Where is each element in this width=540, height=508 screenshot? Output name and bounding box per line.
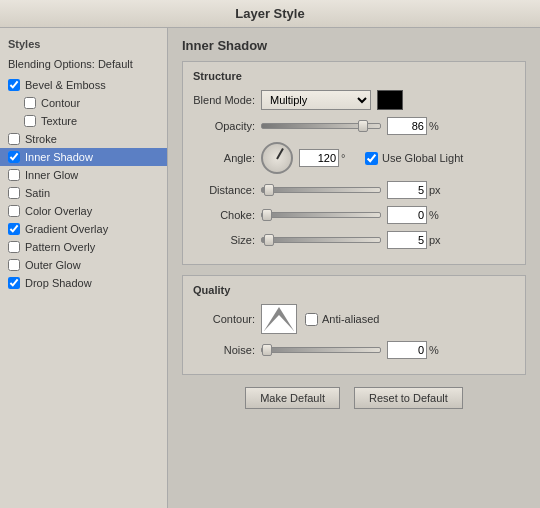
opacity-slider[interactable] [261, 123, 381, 129]
window-title: Layer Style [235, 6, 304, 21]
noise-thumb[interactable] [262, 344, 272, 356]
use-global-light-row: Use Global Light [365, 152, 463, 165]
texture-checkbox[interactable] [24, 115, 36, 127]
gradient-overlay-label: Gradient Overlay [25, 223, 108, 235]
distance-row: Distance: px [193, 181, 515, 199]
make-default-button[interactable]: Make Default [245, 387, 340, 409]
sidebar-item-inner-glow[interactable]: Inner Glow [0, 166, 167, 184]
angle-label: Angle: [193, 152, 261, 164]
distance-thumb[interactable] [264, 184, 274, 196]
sidebar-item-inner-shadow[interactable]: Inner Shadow [0, 148, 167, 166]
anti-aliased-checkbox[interactable] [305, 313, 318, 326]
inner-glow-label: Inner Glow [25, 169, 78, 181]
outer-glow-checkbox[interactable] [8, 259, 20, 271]
opacity-unit: % [429, 120, 447, 132]
pattern-overlay-checkbox[interactable] [8, 241, 20, 253]
size-row: Size: px [193, 231, 515, 249]
bevel-emboss-checkbox[interactable] [8, 79, 20, 91]
sidebar-item-pattern-overlay[interactable]: Pattern Overly [0, 238, 167, 256]
angle-input[interactable] [299, 149, 339, 167]
use-global-light-checkbox[interactable] [365, 152, 378, 165]
outer-glow-label: Outer Glow [25, 259, 81, 271]
color-overlay-label: Color Overlay [25, 205, 92, 217]
opacity-input[interactable] [387, 117, 427, 135]
drop-shadow-label: Drop Shadow [25, 277, 92, 289]
distance-slider[interactable] [261, 187, 381, 193]
texture-label: Texture [41, 115, 77, 127]
satin-label: Satin [25, 187, 50, 199]
blend-mode-row: Blend Mode: Multiply Normal Screen Overl… [193, 90, 515, 110]
opacity-row: Opacity: % [193, 117, 515, 135]
contour-checkbox[interactable] [24, 97, 36, 109]
use-global-light-label: Use Global Light [382, 152, 463, 164]
opacity-label: Opacity: [193, 120, 261, 132]
opacity-thumb[interactable] [358, 120, 368, 132]
dial-indicator [276, 148, 284, 159]
size-label: Size: [193, 234, 261, 246]
contour-preview[interactable] [261, 304, 297, 334]
choke-thumb[interactable] [262, 209, 272, 221]
anti-alias-row: Anti-aliased [305, 313, 379, 326]
sidebar-item-contour[interactable]: Contour [0, 94, 167, 112]
sidebar-item-bevel-emboss[interactable]: Bevel & Emboss [0, 76, 167, 94]
right-panel: Inner Shadow Structure Blend Mode: Multi… [168, 28, 540, 508]
satin-checkbox[interactable] [8, 187, 20, 199]
inner-glow-checkbox[interactable] [8, 169, 20, 181]
choke-row: Choke: % [193, 206, 515, 224]
contour-label: Contour [41, 97, 80, 109]
quality-section: Quality Contour: Anti-aliased Noise: [182, 275, 526, 375]
choke-slider[interactable] [261, 212, 381, 218]
angle-dial[interactable] [261, 142, 293, 174]
left-panel: Styles Blending Options: Default Bevel &… [0, 28, 168, 508]
quality-title: Quality [193, 284, 515, 296]
angle-row: Angle: ° Use Global Light [193, 142, 515, 174]
choke-unit: % [429, 209, 447, 221]
distance-unit: px [429, 184, 447, 196]
pattern-overlay-label: Pattern Overly [25, 241, 95, 253]
contour-label: Contour: [193, 313, 261, 325]
color-overlay-checkbox[interactable] [8, 205, 20, 217]
drop-shadow-checkbox[interactable] [8, 277, 20, 289]
reset-to-default-button[interactable]: Reset to Default [354, 387, 463, 409]
bevel-emboss-label: Bevel & Emboss [25, 79, 106, 91]
inner-shadow-checkbox[interactable] [8, 151, 20, 163]
contour-row: Contour: Anti-aliased [193, 304, 515, 334]
inner-shadow-label: Inner Shadow [25, 151, 93, 163]
anti-aliased-label: Anti-aliased [322, 313, 379, 325]
stroke-checkbox[interactable] [8, 133, 20, 145]
blending-options-label[interactable]: Blending Options: Default [0, 56, 167, 72]
sidebar-item-stroke[interactable]: Stroke [0, 130, 167, 148]
stroke-label: Stroke [25, 133, 57, 145]
sidebar-item-gradient-overlay[interactable]: Gradient Overlay [0, 220, 167, 238]
blend-color-swatch[interactable] [377, 90, 403, 110]
sidebar-item-satin[interactable]: Satin [0, 184, 167, 202]
size-unit: px [429, 234, 447, 246]
bottom-buttons: Make Default Reset to Default [182, 387, 526, 409]
gradient-overlay-checkbox[interactable] [8, 223, 20, 235]
styles-title: Styles [0, 36, 167, 56]
distance-label: Distance: [193, 184, 261, 196]
noise-input[interactable] [387, 341, 427, 359]
title-bar: Layer Style [0, 0, 540, 28]
noise-row: Noise: % [193, 341, 515, 359]
choke-input[interactable] [387, 206, 427, 224]
svg-marker-1 [264, 315, 294, 331]
sidebar-item-outer-glow[interactable]: Outer Glow [0, 256, 167, 274]
size-slider[interactable] [261, 237, 381, 243]
size-input[interactable] [387, 231, 427, 249]
sidebar-item-color-overlay[interactable]: Color Overlay [0, 202, 167, 220]
distance-input[interactable] [387, 181, 427, 199]
sidebar-item-drop-shadow[interactable]: Drop Shadow [0, 274, 167, 292]
noise-label: Noise: [193, 344, 261, 356]
noise-slider[interactable] [261, 347, 381, 353]
choke-label: Choke: [193, 209, 261, 221]
blend-mode-label: Blend Mode: [193, 94, 261, 106]
sidebar-item-texture[interactable]: Texture [0, 112, 167, 130]
main-container: Styles Blending Options: Default Bevel &… [0, 28, 540, 508]
noise-unit: % [429, 344, 447, 356]
angle-unit: ° [341, 152, 359, 164]
section-title: Inner Shadow [182, 38, 526, 53]
structure-title: Structure [193, 70, 515, 82]
blend-mode-select[interactable]: Multiply Normal Screen Overlay [261, 90, 371, 110]
size-thumb[interactable] [264, 234, 274, 246]
